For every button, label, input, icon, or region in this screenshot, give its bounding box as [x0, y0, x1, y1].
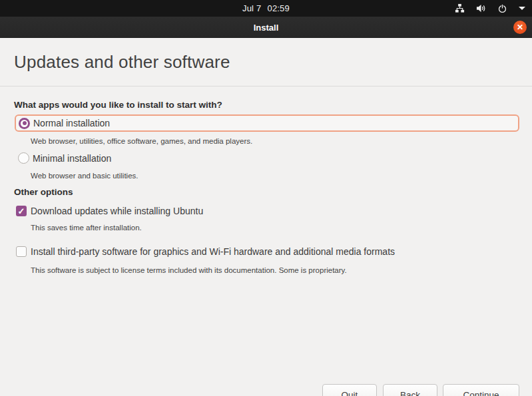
close-button[interactable]: ✕ — [513, 21, 527, 34]
continue-button[interactable]: Continue — [443, 384, 519, 396]
radio-row-normal-installation[interactable]: Normal installation — [15, 114, 519, 132]
install-question-label: What apps would you like to install to s… — [14, 100, 222, 110]
volume-icon — [476, 3, 486, 13]
window-title: Install — [0, 17, 532, 38]
radio-normal-installation-label: Normal installation — [33, 118, 110, 128]
system-panel: Jul 702:59 — [0, 0, 532, 17]
third-party-description: This software is subject to license term… — [31, 266, 347, 274]
page-title: Updates and other software — [14, 52, 230, 73]
power-icon — [497, 3, 507, 13]
radio-minimal-installation[interactable] — [18, 152, 29, 164]
close-icon: ✕ — [517, 23, 523, 31]
other-options-label: Other options — [14, 187, 73, 197]
download-updates-description: This saves time after installation. — [31, 224, 142, 232]
radio-normal-installation[interactable] — [19, 118, 30, 129]
minimal-installation-description: Web browser and basic utilities. — [31, 172, 138, 180]
panel-clock[interactable]: Jul 702:59 — [0, 0, 532, 17]
page-header: Updates and other software — [0, 38, 532, 87]
radio-minimal-installation-label: Minimal installation — [33, 153, 111, 164]
checkbox-third-party[interactable] — [16, 246, 27, 257]
checkbox-third-party-label: Install third-party software for graphic… — [31, 246, 395, 257]
quit-button[interactable]: Quit — [322, 384, 377, 396]
checkbox-download-updates[interactable] — [16, 206, 27, 216]
checkbox-row-download-updates[interactable]: Download updates while installing Ubuntu — [16, 206, 203, 216]
normal-installation-description: Web browser, utilities, office software,… — [31, 137, 252, 145]
chevron-down-icon — [519, 7, 525, 10]
window-titlebar: Install ✕ — [0, 17, 532, 38]
back-button[interactable]: Back — [383, 384, 437, 396]
panel-date: Jul 7 — [242, 3, 261, 13]
panel-time: 02:59 — [267, 3, 290, 13]
checkbox-download-updates-label: Download updates while installing Ubuntu — [31, 206, 203, 216]
checkbox-row-third-party[interactable]: Install third-party software for graphic… — [16, 246, 395, 257]
network-icon — [455, 3, 465, 13]
radio-row-minimal-installation[interactable]: Minimal installation — [18, 152, 111, 164]
system-indicators[interactable] — [455, 0, 525, 17]
